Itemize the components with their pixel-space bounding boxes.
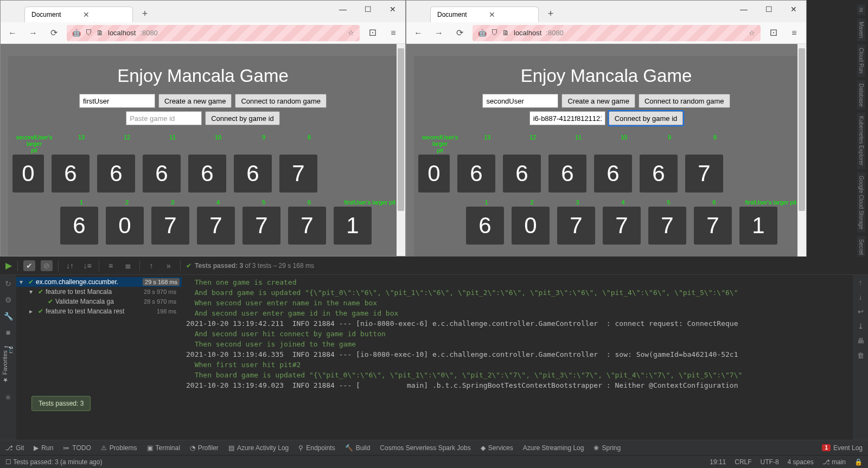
pit[interactable]: 6: [466, 207, 504, 245]
todo-tab[interactable]: ≔ TODO: [63, 444, 91, 452]
maximize-button[interactable]: ☐: [756, 1, 781, 18]
pocket-icon[interactable]: ⚀: [766, 28, 781, 38]
scrollbar[interactable]: [397, 44, 405, 256]
address-bar[interactable]: 🤖 ⛉ 🗎 localhost:8080 ☆: [67, 25, 360, 41]
bookmark-icon[interactable]: ☆: [348, 29, 354, 37]
favorites-tab[interactable]: ★ Favorites: [0, 347, 9, 387]
pit[interactable]: 0: [106, 207, 144, 245]
ban-icon[interactable]: ⊘: [41, 260, 53, 271]
reload-button[interactable]: ⟳: [452, 25, 467, 41]
username-input[interactable]: [482, 94, 558, 108]
status-enc[interactable]: UTF-8: [761, 458, 779, 466]
wrench-icon[interactable]: 🔧: [4, 312, 13, 320]
pit[interactable]: 7: [197, 207, 235, 245]
close-window-button[interactable]: ✕: [380, 1, 405, 18]
pit[interactable]: 7: [288, 207, 326, 245]
stop-icon[interactable]: ■: [6, 328, 10, 337]
back-button[interactable]: ←: [5, 25, 20, 41]
check-icon[interactable]: ✔: [23, 260, 35, 271]
console-output[interactable]: Then one game is created And board game …: [182, 275, 853, 440]
menu-icon[interactable]: ≡: [386, 28, 401, 38]
sort-icon[interactable]: ↓↑: [64, 261, 76, 270]
status-le[interactable]: CRLF: [735, 458, 751, 466]
profiler-tab[interactable]: ◔ Profiler: [190, 444, 219, 452]
pit[interactable]: 7: [648, 207, 686, 245]
browser-tab[interactable]: Document ✕: [430, 7, 539, 22]
right-toolwindow-tab[interactable]: Cloud Run: [857, 44, 865, 76]
maximize-button[interactable]: ☐: [355, 1, 380, 18]
browser-tab[interactable]: Document ✕: [24, 7, 133, 22]
close-icon[interactable]: ✕: [83, 10, 90, 19]
git-tab[interactable]: ⎇ Git: [5, 444, 24, 452]
pit[interactable]: 0: [512, 207, 550, 245]
right-toolwindow-tab[interactable]: Maven: [857, 18, 865, 41]
status-branch[interactable]: ⎇ main: [822, 458, 846, 466]
connect-random-button[interactable]: Connect to random game: [639, 94, 730, 108]
menu-icon[interactable]: ≡: [787, 28, 802, 38]
new-tab-button[interactable]: +: [543, 6, 558, 21]
test-tree-row[interactable]: ✔Validate Mancala ga28 s 970 ms: [16, 297, 182, 306]
endpoints-tab[interactable]: ⚲ Endpoints: [298, 444, 335, 452]
pit[interactable]: 1: [739, 207, 777, 245]
username-input[interactable]: [79, 94, 155, 108]
create-game-button[interactable]: Create a new game: [561, 94, 635, 108]
minimize-button[interactable]: ―: [731, 1, 756, 18]
azure-stream-tab[interactable]: Azure Streaming Log: [523, 444, 584, 452]
spring-tab[interactable]: ❀ Spring: [593, 444, 621, 452]
event-log-tab[interactable]: 1 Event Log: [822, 444, 863, 452]
terminal-tab[interactable]: ▣ Terminal: [147, 444, 180, 452]
right-toolwindow-tab[interactable]: m: [857, 4, 865, 15]
right-toolwindow-tab[interactable]: Kubernetes Explorer: [857, 113, 865, 169]
connect-by-id-button[interactable]: Connect by game id: [609, 111, 684, 125]
create-game-button[interactable]: Create a new game: [158, 94, 232, 108]
bookmark-icon[interactable]: ☆: [749, 29, 755, 37]
gameid-input[interactable]: [529, 111, 605, 125]
pit[interactable]: 1: [334, 207, 372, 245]
azure-log-tab[interactable]: ▤ Azure Activity Log: [228, 444, 289, 452]
pocket-icon[interactable]: ⚀: [365, 28, 380, 38]
new-tab-button[interactable]: +: [137, 6, 152, 21]
rerun-icon[interactable]: ↻: [5, 279, 11, 288]
more-icon[interactable]: »: [163, 261, 175, 270]
pit[interactable]: 6: [60, 207, 98, 245]
scrollbar[interactable]: [797, 44, 806, 260]
address-bar[interactable]: 🤖 ⛉ 🗎 localhost:8080 ☆: [473, 25, 761, 41]
services-tab[interactable]: ◆ Services: [481, 444, 513, 452]
forward-button[interactable]: →: [431, 25, 446, 41]
wrap-icon[interactable]: ↩: [858, 307, 864, 316]
pit[interactable]: 7: [694, 207, 732, 245]
back-button[interactable]: ←: [411, 25, 426, 41]
bug-icon[interactable]: ✳: [5, 393, 11, 402]
close-icon[interactable]: ✕: [489, 10, 495, 19]
trash-icon[interactable]: 🗑: [857, 351, 864, 360]
connect-by-id-button[interactable]: Connect by game id: [205, 111, 280, 125]
run-tab[interactable]: ▶ Run: [34, 444, 53, 452]
forward-button[interactable]: →: [25, 25, 41, 41]
test-tree-row[interactable]: ▾✔ex.com.challenge.cucumber.29 s 168 ms: [16, 277, 182, 287]
pit[interactable]: 7: [557, 207, 595, 245]
down-arrow-icon[interactable]: ↓: [859, 293, 863, 301]
gameid-input[interactable]: [126, 111, 202, 125]
right-toolwindow-tab[interactable]: Database: [857, 80, 865, 110]
test-tree[interactable]: ▾✔ex.com.challenge.cucumber.29 s 168 ms▾…: [16, 275, 182, 440]
problems-tab[interactable]: ⚠ Problems: [101, 444, 137, 452]
test-tree-row[interactable]: ▸✔feature to test Mancala rest198 ms: [16, 306, 182, 316]
close-window-button[interactable]: ✕: [781, 1, 806, 18]
up-arrow-icon[interactable]: ↑: [859, 278, 863, 286]
sort-icon-2[interactable]: ↓≡: [81, 261, 93, 270]
status-indent[interactable]: 4 spaces: [788, 458, 814, 466]
run-icon[interactable]: ▶: [5, 260, 12, 271]
print-icon[interactable]: 🖶: [857, 337, 864, 345]
lock-icon[interactable]: 🔒: [854, 458, 863, 466]
cosmos-tab[interactable]: Cosmos Serverless Spark Jobs: [380, 444, 470, 452]
pit[interactable]: 7: [242, 207, 280, 245]
reload-button[interactable]: ⟳: [46, 25, 61, 41]
build-tab[interactable]: 🔨 Build: [345, 444, 371, 452]
pit[interactable]: 7: [603, 207, 641, 245]
pit[interactable]: 7: [151, 207, 189, 245]
collapse-icon[interactable]: ≣: [122, 261, 134, 270]
scroll-icon[interactable]: ⤓: [858, 322, 864, 330]
connect-random-button[interactable]: Connect to random game: [235, 94, 327, 108]
right-toolwindow-tab[interactable]: Google Cloud Storage: [857, 172, 865, 233]
expand-icon[interactable]: ≡: [105, 261, 117, 270]
